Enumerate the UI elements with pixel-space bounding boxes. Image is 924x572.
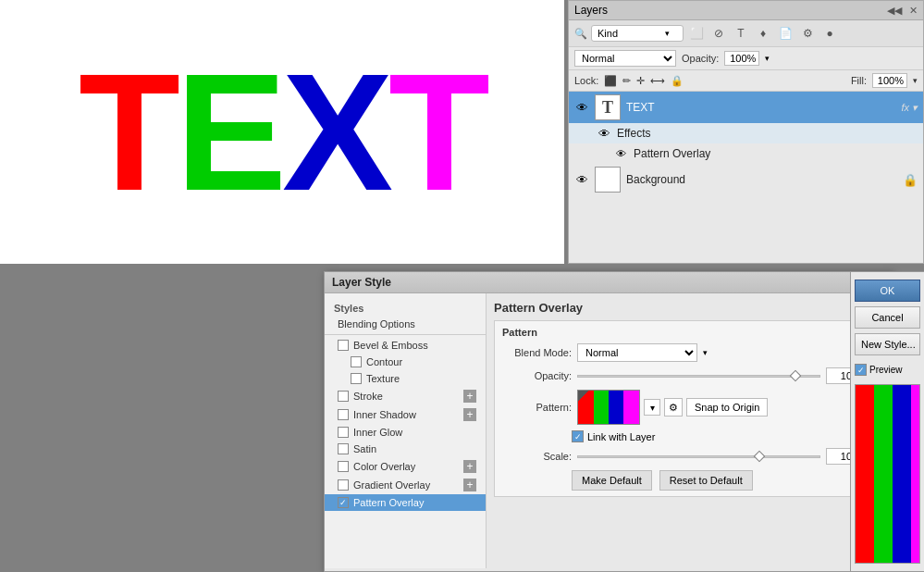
layer-icon-btn-1[interactable]: ⬜	[687, 24, 706, 43]
blend-mode-settings-select[interactable]: Normal Multiply Screen	[577, 343, 697, 362]
style-item-satin[interactable]: Satin	[325, 441, 486, 457]
scale-slider-track	[577, 455, 820, 458]
blending-label: Blending Options	[338, 318, 415, 330]
contour-checkbox[interactable]	[351, 356, 362, 367]
gradient-overlay-checkbox[interactable]	[338, 479, 349, 491]
lock-artboard-icon[interactable]: ⟷	[650, 75, 665, 87]
dropdown-arrow[interactable]: ▾	[665, 29, 670, 38]
make-default-btn[interactable]: Make Default	[572, 470, 652, 491]
satin-checkbox[interactable]	[338, 443, 349, 454]
ok-button[interactable]: OK	[855, 280, 920, 302]
snap-to-origin-btn[interactable]: Snap to Origin	[686, 398, 768, 417]
inner-glow-checkbox[interactable]	[338, 427, 349, 438]
lock-transparency-icon[interactable]: ⬛	[604, 75, 617, 87]
inner-shadow-checkbox[interactable]	[338, 409, 349, 420]
layer-style-titlebar: Layer Style	[325, 272, 892, 293]
pattern-overlay-label: Pattern Overlay	[353, 497, 424, 508]
link-layer-row: Link with Layer	[572, 430, 876, 442]
layer-row-background[interactable]: 👁 Background 🔒	[569, 164, 923, 195]
eye-icon-pattern[interactable]: 👁	[613, 146, 628, 161]
pattern-group-title: Pattern	[502, 327, 876, 338]
blend-mode-row: Blend Mode: Normal Multiply Screen ▾	[502, 343, 876, 362]
fill-input[interactable]	[872, 73, 907, 88]
gradient-overlay-add-btn[interactable]: +	[463, 479, 476, 491]
layer-icon-btn-6[interactable]: ⚙	[798, 24, 817, 43]
preview-label: Preview	[869, 365, 903, 375]
pattern-group: Pattern Blend Mode: Normal Multiply Scre…	[494, 320, 884, 497]
layers-title: Layers	[574, 4, 608, 17]
scale-slider-container[interactable]	[577, 450, 820, 463]
search-input[interactable]	[598, 28, 662, 39]
style-item-contour[interactable]: Contour	[325, 354, 486, 370]
layers-titlebar: Layers ◀◀ ✕	[569, 1, 923, 20]
opacity-row: Opacity: %	[502, 367, 876, 384]
opacity-slider-thumb[interactable]	[790, 370, 802, 382]
collapse-icon[interactable]: ◀◀	[887, 5, 902, 17]
eye-icon-bg[interactable]: 👁	[574, 172, 589, 187]
style-item-texture[interactable]: Texture	[325, 370, 486, 387]
close-icon[interactable]: ✕	[909, 5, 918, 17]
pattern-dropdown-btn[interactable]: ▾	[644, 399, 660, 416]
inner-shadow-add-btn[interactable]: +	[463, 408, 476, 421]
style-item-stroke[interactable]: Stroke +	[325, 387, 486, 405]
style-item-inner-shadow[interactable]: Inner Shadow +	[325, 405, 486, 424]
pattern-overlay-checkbox[interactable]	[338, 497, 349, 508]
eye-icon-text[interactable]: 👁	[574, 100, 589, 115]
style-item-gradient-overlay[interactable]: Gradient Overlay +	[325, 476, 486, 494]
satin-label: Satin	[353, 443, 376, 454]
style-item-blending[interactable]: Blending Options	[325, 316, 486, 332]
link-layer-checkbox[interactable]	[572, 430, 584, 442]
lock-label: Lock:	[574, 75, 598, 86]
lock-all-icon[interactable]: 🔒	[671, 75, 684, 87]
preview-checkbox[interactable]	[855, 364, 867, 376]
new-style-button[interactable]: New Style...	[855, 333, 920, 355]
blend-mode-select[interactable]: Normal	[574, 50, 676, 67]
layers-panel: Layers ◀◀ ✕ 🔍 ▾ ⬜ ⊘ T ♦ 📄 ⚙ ● Normal Opa…	[568, 0, 924, 264]
color-overlay-checkbox[interactable]	[338, 461, 349, 472]
pattern-swatch[interactable]	[577, 390, 640, 425]
texture-checkbox[interactable]	[351, 373, 362, 384]
cancel-button[interactable]: Cancel	[855, 306, 920, 329]
style-item-bevel[interactable]: Bevel & Emboss	[325, 337, 486, 354]
layer-icon-btn-5[interactable]: 📄	[776, 24, 795, 43]
fill-dropdown[interactable]: ▾	[913, 76, 918, 85]
scale-slider-thumb[interactable]	[754, 451, 766, 463]
color-overlay-add-btn[interactable]: +	[463, 460, 476, 473]
layer-icon-btn-4[interactable]: ♦	[754, 24, 772, 43]
layer-icon-btn-3[interactable]: T	[732, 24, 750, 43]
pattern-row: Pattern: ▾ ⚙ Snap to Origin	[502, 390, 876, 425]
opacity-input[interactable]	[724, 51, 759, 66]
eye-icon-effects[interactable]: 👁	[597, 126, 611, 141]
lock-paint-icon[interactable]: ✏	[622, 75, 631, 87]
layer-row-text[interactable]: 👁 T TEXT fx ▾	[569, 92, 923, 123]
letter-X: X	[282, 39, 388, 225]
search-box[interactable]: ▾	[591, 25, 684, 42]
bevel-label: Bevel & Emboss	[353, 340, 428, 351]
lock-position-icon[interactable]: ✛	[636, 75, 645, 87]
layer-style-title: Layer Style	[332, 276, 391, 289]
opacity-dropdown[interactable]: ▾	[765, 54, 770, 63]
bevel-checkbox[interactable]	[338, 340, 349, 351]
settings-panel: Pattern Overlay Pattern Blend Mode: Norm…	[487, 293, 892, 568]
layers-lock-row: Lock: ⬛ ✏ ✛ ⟷ 🔒 Fill: ▾	[569, 70, 923, 92]
opacity-slider-container[interactable]	[577, 369, 820, 382]
layer-icon-btn-7[interactable]: ●	[820, 24, 839, 43]
reset-to-default-btn[interactable]: Reset to Default	[659, 470, 753, 491]
style-item-inner-glow[interactable]: Inner Glow	[325, 424, 486, 441]
layer-style-body: Styles Blending Options Bevel & Emboss C…	[325, 293, 892, 568]
layer-lock-icon: 🔒	[903, 173, 918, 187]
layer-row-effects[interactable]: 👁 Effects	[569, 123, 923, 143]
layers-search-row: 🔍 ▾ ⬜ ⊘ T ♦ 📄 ⚙ ●	[569, 20, 923, 47]
layer-icon-btn-2[interactable]: ⊘	[709, 24, 728, 43]
style-item-pattern-overlay[interactable]: Pattern Overlay	[325, 494, 486, 511]
layer-row-pattern-overlay[interactable]: 👁 Pattern Overlay	[569, 143, 923, 164]
pattern-options-btn[interactable]: ⚙	[664, 398, 683, 417]
stroke-checkbox[interactable]	[338, 391, 349, 402]
layers-titlebar-icons: ◀◀ ✕	[887, 5, 918, 17]
blend-mode-dropdown[interactable]: ▾	[703, 348, 708, 357]
stroke-add-btn[interactable]: +	[463, 390, 476, 403]
fx-badge: fx ▾	[901, 102, 918, 114]
scale-row: Scale: %	[502, 448, 876, 465]
style-item-color-overlay[interactable]: Color Overlay +	[325, 457, 486, 476]
layers-content: 👁 T TEXT fx ▾ 👁 Effects 👁 Pattern Overla…	[569, 92, 923, 195]
